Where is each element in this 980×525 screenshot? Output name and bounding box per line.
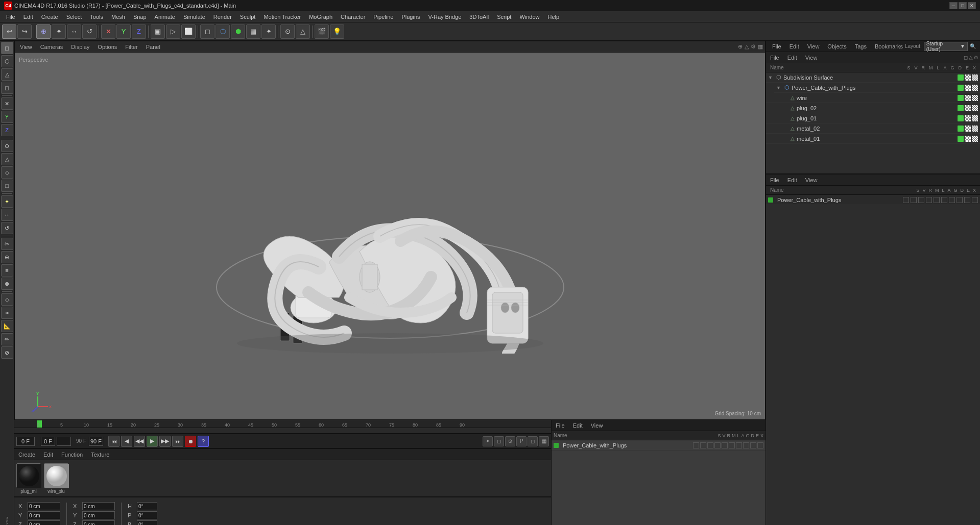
- rotate-button[interactable]: ↺: [82, 24, 97, 39]
- select-y-button[interactable]: Y: [1, 111, 13, 123]
- maximize-button[interactable]: □: [959, 2, 967, 9]
- attr-mgr-edit[interactable]: Edit: [785, 177, 799, 183]
- vp-options-menu[interactable]: Options: [94, 41, 120, 52]
- go-end-button[interactable]: ⏭: [172, 436, 183, 447]
- select-all-button[interactable]: ✕: [1, 97, 13, 110]
- points-mode-button[interactable]: ⬡: [1, 55, 13, 67]
- menu-item-sculpt[interactable]: Sculpt: [236, 11, 260, 22]
- mode-btn-5[interactable]: ◻: [528, 436, 538, 446]
- attr-mgr-file[interactable]: File: [768, 177, 781, 183]
- menu-item-edit[interactable]: Edit: [19, 11, 37, 22]
- attr-cable-row[interactable]: Power_Cable_with_Plugs: [766, 195, 980, 205]
- mode-btn-2[interactable]: ◻: [494, 436, 504, 446]
- menu-item-character[interactable]: Character: [337, 11, 369, 22]
- om-edit-menu[interactable]: Edit: [785, 55, 799, 61]
- mode-btn-1[interactable]: ✦: [483, 436, 493, 446]
- viewport-move-icon[interactable]: ⊕: [738, 43, 743, 50]
- model-mode-button[interactable]: ◻: [1, 42, 13, 54]
- obj-plug-02[interactable]: △ plug_02: [766, 103, 980, 113]
- obj-metal-01[interactable]: △ metal_01: [766, 134, 980, 144]
- material-item-plug[interactable]: plug_mi: [16, 463, 41, 494]
- bevel-button[interactable]: ≡: [1, 264, 13, 277]
- search-icon[interactable]: 🔍: [970, 43, 976, 49]
- end-frame-input[interactable]: [89, 437, 103, 446]
- menu-item-tools[interactable]: Tools: [86, 11, 107, 22]
- menu-item-render[interactable]: Render: [209, 11, 236, 22]
- rot-p-input[interactable]: [137, 511, 157, 519]
- obj-plug-01[interactable]: △ plug_01: [766, 113, 980, 123]
- size-y-input[interactable]: [82, 511, 115, 519]
- pos-x-input[interactable]: [28, 502, 60, 510]
- polys-mode-button[interactable]: ◻: [1, 82, 13, 94]
- render-view-button[interactable]: ▷: [166, 24, 180, 39]
- menu-item-create[interactable]: Create: [37, 11, 62, 22]
- om-icon-2[interactable]: △: [969, 55, 973, 60]
- select-z-button[interactable]: Z: [1, 124, 13, 136]
- undo-button[interactable]: ↩: [2, 24, 16, 39]
- om-view-menu[interactable]: View: [803, 55, 820, 61]
- vp-cameras-menu[interactable]: Cameras: [37, 41, 66, 52]
- obj-metal-02[interactable]: △ metal_02: [766, 123, 980, 134]
- rp-tags-tab[interactable]: Tags: [853, 43, 869, 49]
- bridge-button[interactable]: ⊗: [1, 278, 13, 290]
- spline-mode-button[interactable]: ⬢: [231, 24, 245, 39]
- menu-item-animate[interactable]: Animate: [151, 11, 179, 22]
- play-forward-button[interactable]: ▶: [147, 436, 158, 447]
- layout-dropdown[interactable]: Startup (User) ▼: [924, 42, 968, 51]
- current-frame-input-left[interactable]: [41, 437, 55, 446]
- viewport-settings-icon[interactable]: ⚙: [751, 43, 756, 50]
- current-frame-input-right[interactable]: [57, 437, 71, 446]
- x-axis-button[interactable]: ✕: [101, 24, 115, 39]
- rot-b-input[interactable]: [137, 520, 157, 525]
- spline-tool-button[interactable]: ⊘: [1, 346, 13, 359]
- measure-button[interactable]: 📐: [1, 320, 13, 332]
- step-back-button[interactable]: ◀: [121, 436, 132, 447]
- poly-mode-button[interactable]: ⬡: [216, 24, 230, 39]
- obj-power-cable[interactable]: ▼ ⬡ Power_Cable_with_Plugs: [774, 83, 980, 93]
- obj-mode-button[interactable]: ◻: [200, 24, 214, 39]
- mode-btn-3[interactable]: ⊙: [505, 436, 515, 446]
- vp-display-menu[interactable]: Display: [68, 41, 92, 52]
- mat-create-menu[interactable]: Create: [16, 452, 37, 458]
- material-item-wire[interactable]: wire_plu: [44, 463, 68, 494]
- om-file-menu[interactable]: File: [768, 55, 781, 61]
- camera-button[interactable]: 🎬: [315, 24, 329, 39]
- menu-item-script[interactable]: Script: [493, 11, 515, 22]
- paint-select-button[interactable]: □: [1, 180, 13, 192]
- vp-panel-menu[interactable]: Panel: [143, 41, 163, 52]
- attr-mgr-view[interactable]: View: [803, 177, 820, 183]
- menu-item-help[interactable]: Help: [544, 11, 564, 22]
- rotate-tool-button[interactable]: ↺: [1, 222, 13, 234]
- attr-edit-menu[interactable]: Edit: [571, 422, 585, 429]
- start-frame-input[interactable]: [16, 437, 35, 446]
- z-axis-button[interactable]: Z: [132, 24, 146, 39]
- y-axis-button[interactable]: Y: [116, 24, 131, 39]
- menu-item-plugins[interactable]: Plugins: [397, 11, 424, 22]
- menu-item-window[interactable]: Window: [515, 11, 543, 22]
- menu-item-pipeline[interactable]: Pipeline: [369, 11, 397, 22]
- mode-btn-4[interactable]: P: [516, 436, 527, 446]
- menu-item-3dtoall[interactable]: 3DToAll: [465, 11, 493, 22]
- pos-y-input[interactable]: [28, 511, 60, 519]
- menu-item-snap[interactable]: Snap: [129, 11, 151, 22]
- record-button[interactable]: ⏺: [185, 436, 196, 447]
- menu-item-mograph[interactable]: MoGraph: [305, 11, 337, 22]
- extrude-button[interactable]: ⊕: [1, 251, 13, 263]
- pos-z-input[interactable]: [28, 520, 60, 525]
- question-button[interactable]: ?: [198, 436, 209, 447]
- menu-item-select[interactable]: Select: [62, 11, 86, 22]
- mat-edit-menu[interactable]: Edit: [41, 452, 55, 458]
- vp-filter-menu[interactable]: Filter: [122, 41, 140, 52]
- viewport[interactable]: Perspective Grid Spacing: 10 cm X Y: [15, 53, 765, 419]
- menu-item-mesh[interactable]: Mesh: [107, 11, 129, 22]
- pen-button[interactable]: ✏: [1, 333, 13, 345]
- viewport-layout-icon[interactable]: ▦: [758, 43, 763, 50]
- menu-item-motion-tracker[interactable]: Motion Tracker: [259, 11, 305, 22]
- scale-button[interactable]: ↔: [67, 24, 81, 39]
- lasso-select-button[interactable]: ◇: [1, 166, 13, 179]
- om-icon-3[interactable]: ⊙: [974, 55, 978, 60]
- render-picture-button[interactable]: ⬜: [181, 24, 196, 39]
- rp-edit-tab[interactable]: Edit: [787, 43, 801, 49]
- circle-select-button[interactable]: ⊙: [1, 140, 13, 152]
- om-icon-1[interactable]: ◻: [964, 55, 968, 60]
